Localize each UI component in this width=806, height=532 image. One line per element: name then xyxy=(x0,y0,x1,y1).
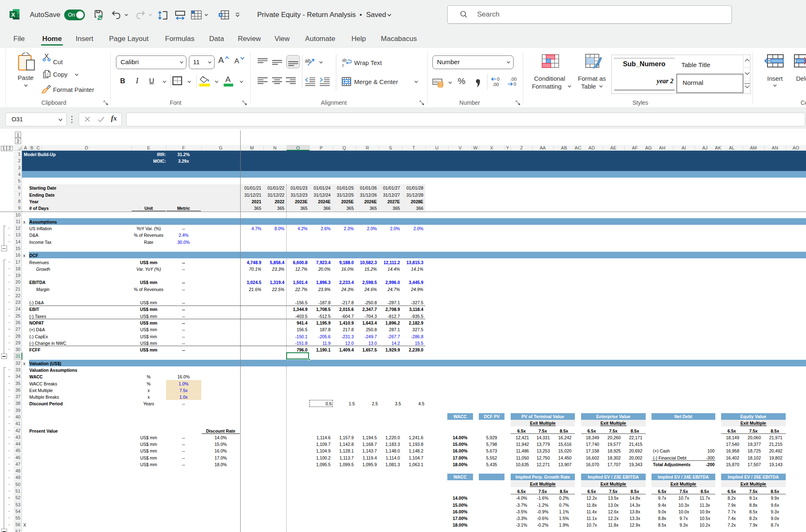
svg-text:0: 0 xyxy=(514,82,516,87)
svg-text:ab: ab xyxy=(305,58,311,64)
svg-text:00: 00 xyxy=(434,80,438,84)
svg-text:.00: .00 xyxy=(510,77,516,82)
svg-text:.00: .00 xyxy=(492,82,499,87)
svg-text:ab: ab xyxy=(342,58,347,63)
svg-text:X: X xyxy=(11,12,15,18)
svg-text:0: 0 xyxy=(497,77,500,82)
svg-text:c: c xyxy=(342,63,344,67)
